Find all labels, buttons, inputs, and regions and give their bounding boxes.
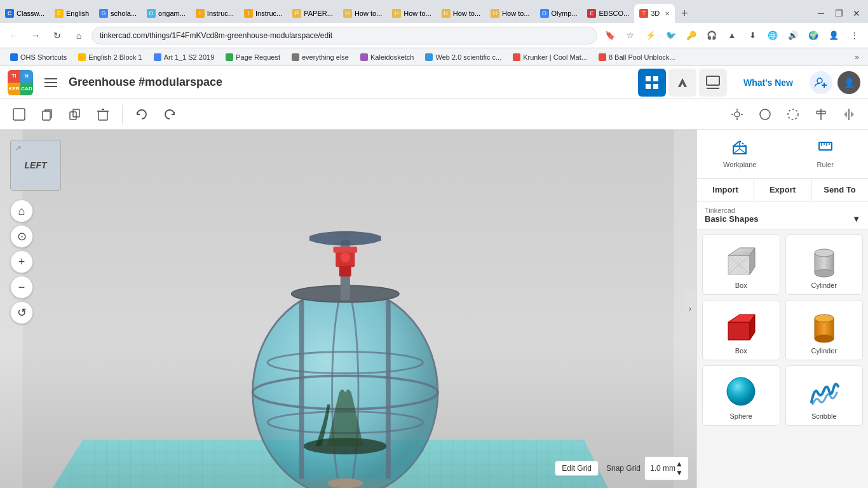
- tinker-view-button[interactable]: [668, 69, 696, 97]
- bookmark-ohs[interactable]: OHS Shortcuts: [5, 52, 72, 62]
- panel-collapse-handle[interactable]: ›: [684, 290, 696, 328]
- shape-item-scribble[interactable]: Scribble: [785, 365, 864, 426]
- canvas-area[interactable]: ↗ LEFT ⌂ ⊙ + − ↺ › Edit Grid: [0, 130, 696, 488]
- tab-instruc1[interactable]: I Instruc...: [191, 4, 239, 23]
- new-shape-button[interactable]: [8, 103, 31, 126]
- shapes-category-dropdown[interactable]: Basic Shapes ▼: [705, 214, 860, 224]
- address-input[interactable]: [92, 27, 597, 44]
- shapes-provider-label: Tinkercad: [705, 207, 860, 214]
- import-button[interactable]: Import: [697, 179, 754, 201]
- delete-button[interactable]: [92, 103, 114, 126]
- tab-english[interactable]: E English: [50, 4, 94, 23]
- tab-howto1[interactable]: H How to...: [338, 4, 387, 23]
- extension-icon-8[interactable]: 🔊: [784, 27, 802, 44]
- svg-rect-52: [386, 300, 391, 479]
- reload-button[interactable]: ↻: [48, 27, 66, 44]
- restore-button[interactable]: ❐: [832, 7, 845, 20]
- close-button[interactable]: ✕: [850, 7, 863, 20]
- add-user-button[interactable]: [810, 71, 832, 94]
- shape-item-box-red[interactable]: Box: [702, 300, 780, 360]
- tab-howto4[interactable]: H How to...: [485, 4, 534, 23]
- bookmark-kaleidosketch[interactable]: Kaleidosketch: [355, 52, 419, 62]
- shape-item-box-gray[interactable]: Box: [702, 234, 780, 295]
- home-button[interactable]: ⌂: [70, 27, 88, 44]
- tab-paper[interactable]: P PAPER...: [287, 4, 338, 23]
- extension-icon-10[interactable]: 👤: [825, 27, 843, 44]
- tab-close-icon[interactable]: ✕: [665, 10, 670, 17]
- home-view-button[interactable]: ⌂: [10, 200, 33, 222]
- svg-rect-16: [98, 111, 107, 120]
- tab-instruc2[interactable]: I Instruc...: [239, 4, 287, 23]
- tab-ebsco[interactable]: E EBSCO...: [582, 4, 634, 23]
- tab-scholar[interactable]: G schola...: [94, 4, 142, 23]
- extension-icon-2[interactable]: ⚡: [642, 27, 660, 44]
- bookmark-page-request[interactable]: Page Request: [220, 52, 285, 62]
- ruler-label: Ruler: [817, 161, 834, 168]
- duplicate-button[interactable]: [64, 103, 86, 126]
- edit-grid-button[interactable]: Edit Grid: [555, 461, 599, 476]
- tab-tinkercad[interactable]: T 3D ✕: [634, 4, 675, 23]
- tab-howto2[interactable]: H How to...: [387, 4, 436, 23]
- extension-icon-6[interactable]: ⬇: [743, 27, 761, 44]
- workplane-button[interactable]: Workplane: [697, 130, 783, 178]
- gallery-view-button[interactable]: [699, 69, 727, 97]
- svg-rect-47: [334, 247, 358, 252]
- whats-new-button[interactable]: What's New: [733, 72, 803, 93]
- viewport-svg: [0, 130, 696, 488]
- extension-icon-3[interactable]: 🐦: [662, 27, 680, 44]
- svg-point-84: [815, 315, 834, 322]
- shape-item-sphere-blue[interactable]: Sphere: [702, 365, 780, 426]
- zoom-out-button[interactable]: −: [10, 276, 33, 299]
- viewport[interactable]: ↗ LEFT ⌂ ⊙ + − ↺ › Edit Grid: [0, 130, 696, 488]
- bookmark-krunker[interactable]: Krunker | Cool Mat...: [508, 52, 592, 62]
- reset-view-button[interactable]: ↺: [10, 301, 33, 324]
- hole-toggle-button[interactable]: [782, 103, 804, 126]
- tab-origami[interactable]: O origam...: [142, 4, 191, 23]
- bookmark-art[interactable]: Art 1_1 S2 2019: [149, 52, 220, 62]
- copy-paste-button[interactable]: [36, 103, 58, 126]
- gdrive-icon[interactable]: ▲: [723, 27, 741, 44]
- svg-point-19: [735, 112, 740, 117]
- extension-icon-4[interactable]: 🔑: [682, 27, 700, 44]
- tab-howto3[interactable]: H How to...: [437, 4, 485, 23]
- right-panel: Workplane Ruler: [696, 130, 868, 488]
- orbit-button[interactable]: ⊙: [10, 225, 33, 248]
- grid-view-button[interactable]: [638, 69, 666, 97]
- mirror-button[interactable]: [837, 103, 860, 126]
- tab-classroom[interactable]: C Classw...: [0, 4, 50, 23]
- minimize-button[interactable]: ─: [815, 7, 827, 20]
- hamburger-menu-button[interactable]: [39, 71, 62, 94]
- new-tab-button[interactable]: +: [675, 4, 694, 23]
- cylinder-orange-label: Cylinder: [811, 347, 837, 355]
- export-button[interactable]: Export: [754, 179, 811, 201]
- snap-grid-control: Snap Grid 1.0 mm ▲▼: [606, 456, 689, 480]
- send-to-button[interactable]: Send To: [811, 179, 868, 201]
- extension-icon-9[interactable]: 🌍: [804, 27, 822, 44]
- extension-icon-5[interactable]: 🎧: [703, 27, 721, 44]
- back-button[interactable]: ←: [5, 27, 23, 44]
- shape-item-cylinder-gray[interactable]: Cylinder: [785, 234, 864, 295]
- shape-toggle-button[interactable]: [754, 103, 776, 126]
- bookmark-8ball[interactable]: 8 Ball Pool Unblock...: [593, 52, 681, 62]
- more-button[interactable]: ⋮: [845, 27, 863, 44]
- extension-icon-1[interactable]: 🔖: [601, 27, 619, 44]
- tinkercad-logo[interactable]: TI N KER CAD: [8, 70, 33, 95]
- light-toggle-button[interactable]: [726, 103, 749, 126]
- bookmark-web2[interactable]: Web 2.0 scientific c...: [420, 52, 506, 62]
- extension-icon-7[interactable]: 🌐: [764, 27, 782, 44]
- star-icon[interactable]: ☆: [621, 27, 639, 44]
- shape-item-cylinder-orange[interactable]: Cylinder: [785, 300, 864, 360]
- align-button[interactable]: [810, 103, 832, 126]
- undo-button[interactable]: [130, 103, 153, 126]
- ruler-button[interactable]: Ruler: [783, 130, 869, 178]
- bookmark-everything-else[interactable]: everything else: [287, 52, 354, 62]
- bookmarks-more-button[interactable]: »: [851, 51, 863, 63]
- snap-value-input[interactable]: 1.0 mm ▲▼: [644, 456, 689, 480]
- bookmark-english[interactable]: English 2 Block 1: [73, 52, 147, 62]
- navigation-cube[interactable]: ↗ LEFT: [10, 140, 61, 191]
- redo-button[interactable]: [158, 103, 181, 126]
- tab-olymp[interactable]: O Olymp...: [535, 4, 583, 23]
- forward-button[interactable]: →: [27, 27, 44, 44]
- zoom-in-button[interactable]: +: [10, 250, 33, 273]
- avatar[interactable]: 👤: [837, 71, 860, 94]
